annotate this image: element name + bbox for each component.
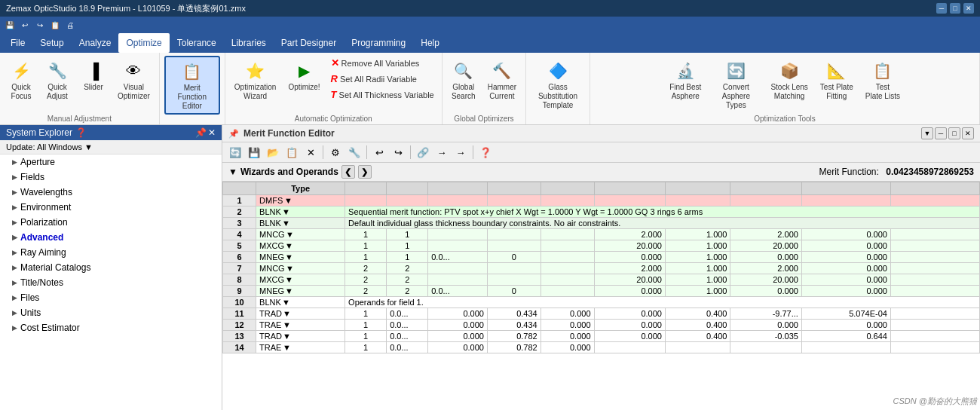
explorer-item-files[interactable]: ▶ Files — [0, 290, 222, 305]
explorer-close-icon[interactable]: ✕ — [208, 127, 216, 138]
explorer-pin-icon[interactable]: 📌 — [195, 127, 207, 138]
cell-14-3[interactable]: 1 — [345, 342, 387, 353]
cell-4-11[interactable]: 0.000 — [801, 229, 890, 240]
row-type-10[interactable]: BLNK ▼ — [256, 297, 345, 308]
find-best-asphere-button[interactable]: 🔬 Find BestAsphere — [665, 56, 706, 104]
cell-12-6[interactable]: 0.434 — [487, 320, 541, 331]
cell-14-7[interactable]: 0.000 — [541, 342, 594, 353]
cell-14-5[interactable]: 0.000 — [428, 342, 488, 353]
cell-5-4[interactable]: 1 — [387, 240, 428, 252]
hammer-current-button[interactable]: 🔨 HammerCurrent — [483, 56, 521, 104]
toolbar-refresh-btn[interactable]: 🔄 — [227, 144, 243, 161]
cell-13-11[interactable]: 0.644 — [801, 331, 890, 342]
cell-12-5[interactable]: 0.000 — [428, 320, 488, 331]
toolbar-redo-btn[interactable]: ↪ — [390, 144, 406, 161]
cell-8-8[interactable]: 20.000 — [594, 274, 665, 286]
explorer-sub-header[interactable]: Update: All Windows ▼ — [0, 140, 222, 155]
cell-11-10[interactable]: -9.77... — [730, 308, 801, 320]
menu-analyze[interactable]: Analyze — [72, 33, 119, 53]
toolbar-help-btn[interactable]: ❓ — [477, 144, 494, 161]
row-type-2[interactable]: BLNK ▼ — [256, 207, 345, 218]
row-type-6[interactable]: MNEG ▼ — [256, 252, 345, 263]
test-plate-lists-button[interactable]: 📋 TestPlate Lists — [861, 56, 905, 104]
cell-13-7[interactable]: 0.000 — [541, 331, 594, 342]
remove-all-variables-button[interactable]: ✕ Remove All Variables — [328, 56, 437, 70]
explorer-item-title-notes[interactable]: ▶ Title/Notes — [0, 275, 222, 290]
mfe-grid[interactable]: Type 1 — [222, 182, 980, 410]
optimization-wizard-button[interactable]: ⭐ OptimizationWizard — [230, 56, 281, 104]
visual-optimizer-button[interactable]: 👁 VisualOptimizer — [113, 56, 155, 104]
test-plate-fitting-button[interactable]: 📐 Test PlateFitting — [816, 56, 858, 104]
maximize-button[interactable]: □ — [950, 3, 960, 14]
cell-13-4[interactable]: 0.0... — [387, 331, 428, 342]
type-select-1[interactable]: DMFS — [259, 196, 283, 205]
cell-11-9[interactable]: 0.400 — [665, 308, 730, 320]
cell-11-7[interactable]: 0.000 — [541, 308, 594, 320]
cell-9-3[interactable]: 2 — [345, 286, 387, 297]
convert-asphere-button[interactable]: 🔄 ConvertAsphere Types — [709, 56, 763, 113]
quick-focus-button[interactable]: ⚡ QuickFocus — [5, 56, 38, 104]
menu-setup[interactable]: Setup — [32, 33, 71, 53]
cell-8-10[interactable]: 20.000 — [730, 274, 801, 286]
collapse-arrow-icon[interactable]: ▼ — [228, 167, 237, 177]
cell-5-11[interactable]: 0.000 — [801, 240, 890, 252]
cell-6-8[interactable]: 0.000 — [594, 252, 665, 263]
row-type-11[interactable]: TRAD ▼ — [256, 308, 345, 320]
type-select-2[interactable]: BLNK — [259, 207, 281, 216]
merit-function-editor-button[interactable]: 📋 MeritFunction Editor — [164, 56, 220, 115]
type-select-10[interactable]: BLNK — [259, 298, 281, 307]
type-select-5[interactable]: MXCG — [259, 241, 284, 250]
cell-12-11[interactable]: 0.000 — [801, 320, 890, 331]
cell-11-8[interactable]: 0.000 — [594, 308, 665, 320]
glass-substitution-button[interactable]: 🔷 Glass SubstitutionTemplate — [531, 56, 585, 113]
menu-optimize[interactable]: Optimize — [118, 33, 169, 53]
menu-file[interactable]: File — [3, 33, 32, 53]
type-select-12[interactable]: TRAE — [259, 320, 282, 329]
cell-7-9[interactable]: 1.000 — [665, 263, 730, 274]
cell-6-5[interactable]: 0.0... — [428, 252, 488, 263]
mfe-restore-btn[interactable]: □ — [948, 127, 960, 139]
cell-11-6[interactable]: 0.434 — [487, 308, 541, 320]
cell-9-8[interactable]: 0.000 — [594, 286, 665, 297]
explorer-update-label[interactable]: Update: All Windows ▼ — [6, 142, 93, 151]
cell-9-11[interactable]: 0.000 — [801, 286, 890, 297]
qa-copy-btn[interactable]: 📋 — [48, 18, 62, 32]
cell-4-9[interactable]: 1.000 — [665, 229, 730, 240]
row-type-12[interactable]: TRAE ▼ — [256, 320, 345, 331]
type-select-9[interactable]: MNEG — [259, 286, 284, 295]
cell-9-9[interactable]: 1.000 — [665, 286, 730, 297]
cell-6-6[interactable]: 0 — [487, 252, 541, 263]
row-type-3[interactable]: BLNK ▼ — [256, 218, 345, 229]
type-select-7[interactable]: MNCG — [259, 264, 285, 273]
cell-12-8[interactable]: 0.000 — [594, 320, 665, 331]
mfe-minimize-btn[interactable]: ─ — [935, 127, 947, 139]
explorer-item-cost-estimator[interactable]: ▶ Cost Estimator — [0, 320, 222, 335]
menu-help[interactable]: Help — [413, 33, 447, 53]
cell-5-9[interactable]: 1.000 — [665, 240, 730, 252]
cell-8-11[interactable]: 0.000 — [801, 274, 890, 286]
toolbar-link-btn[interactable]: 🔗 — [415, 144, 431, 161]
cell-6-9[interactable]: 1.000 — [665, 252, 730, 263]
cell-6-10[interactable]: 0.000 — [730, 252, 801, 263]
cell-4-8[interactable]: 2.000 — [594, 229, 665, 240]
type-select-11[interactable]: TRAD — [259, 309, 282, 318]
cell-12-4[interactable]: 0.0... — [387, 320, 428, 331]
toolbar-wrench-btn[interactable]: 🔧 — [346, 144, 363, 161]
menu-libraries[interactable]: Libraries — [224, 33, 274, 53]
cell-13-5[interactable]: 0.000 — [428, 331, 488, 342]
explorer-item-environment[interactable]: ▶ Environment — [0, 200, 222, 215]
cell-9-10[interactable]: 0.000 — [730, 286, 801, 297]
cell-11-3[interactable]: 1 — [345, 308, 387, 320]
toolbar-arrow2-btn[interactable]: → — [452, 144, 469, 161]
menu-programming[interactable]: Programming — [344, 33, 413, 53]
cell-13-10[interactable]: -0.035 — [730, 331, 801, 342]
cell-13-9[interactable]: 0.400 — [665, 331, 730, 342]
cell-4-10[interactable]: 2.000 — [730, 229, 801, 240]
cell-13-6[interactable]: 0.782 — [487, 331, 541, 342]
cell-7-3[interactable]: 2 — [345, 263, 387, 274]
row-type-9[interactable]: MNEG ▼ — [256, 286, 345, 297]
cell-11-11[interactable]: 5.074E-04 — [801, 308, 890, 320]
global-search-button[interactable]: 🔍 GlobalSearch — [447, 56, 480, 104]
cell-11-4[interactable]: 0.0... — [387, 308, 428, 320]
optimize-button[interactable]: ▶ Optimize! — [283, 56, 324, 95]
